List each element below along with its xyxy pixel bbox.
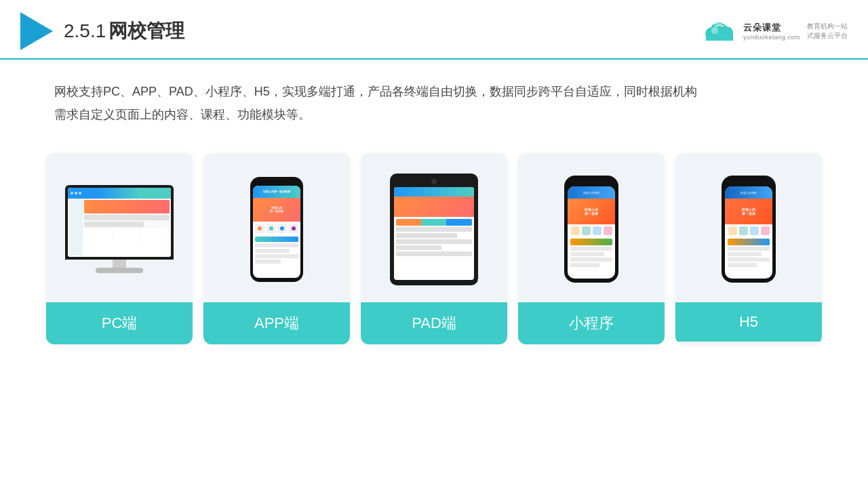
phone-screen: 职通人的第一堂训练课 职通人的第一堂训练	[253, 186, 300, 278]
h5-phone-notch	[741, 181, 757, 184]
app-phone-mockup: 职通人的第一堂训练课 职通人的第一堂训练	[250, 177, 303, 282]
page-title: 2.5.1网校管理	[64, 18, 184, 44]
brand-row: 云朵课堂 yunduoketang.com 教育机构一站 式服务云平台	[700, 19, 848, 43]
card-miniprogram-image: 职通人的课程 职通人的第一堂课	[518, 153, 665, 302]
card-pad-image	[361, 153, 507, 302]
card-h5-image: 职通人的课程 职通人的第一堂课	[675, 153, 822, 302]
card-miniprogram-label: 小程序	[518, 302, 665, 344]
header-left: 2.5.1网校管理	[20, 12, 184, 50]
brand-url: yunduoketang.com	[743, 34, 800, 41]
logo-triangle-icon	[20, 12, 53, 50]
tablet-home-btn	[431, 179, 437, 184]
cards-container: PC端 职通人的第一堂训练课 职通人的第一堂训练	[0, 133, 868, 365]
card-miniprogram: 职通人的课程 职通人的第一堂课	[518, 153, 665, 344]
card-pad: PAD端	[361, 153, 507, 344]
page-title-text: 网校管理	[108, 20, 184, 41]
brand-slogan1: 教育机构一站	[807, 22, 848, 31]
card-app-label: APP端	[203, 302, 350, 344]
svg-rect-3	[706, 34, 733, 41]
description-line2: 需求自定义页面上的内容、课程、功能模块等。	[54, 103, 814, 126]
brand-text: 云朵课堂 yunduoketang.com	[743, 22, 800, 41]
h5-phone-screen: 职通人的课程 职通人的第一堂课	[725, 186, 772, 279]
brand-logo: 云朵课堂 yunduoketang.com 教育机构一站 式服务云平台	[700, 19, 848, 43]
miniprogram-phone-mockup: 职通人的课程 职通人的第一堂课	[564, 176, 618, 283]
card-h5-label: H5	[675, 302, 822, 342]
card-pad-label: PAD端	[361, 302, 507, 344]
h5-phone-mockup: 职通人的课程 职通人的第一堂课	[722, 176, 776, 283]
description-line1: 网校支持PC、APP、PAD、小程序、H5，实现多端打通，产品各终端自由切换，数…	[54, 80, 814, 103]
tablet-mockup	[390, 174, 478, 285]
pc-screen	[68, 188, 171, 257]
pc-mockup	[65, 185, 174, 273]
card-app-image: 职通人的第一堂训练课 职通人的第一堂训练	[203, 153, 350, 302]
brand-slogan2: 式服务云平台	[807, 31, 848, 41]
header: 2.5.1网校管理 云朵课堂 yunduoketang.com 教育机构一	[0, 0, 868, 60]
svg-point-4	[711, 27, 718, 34]
card-h5: 职通人的课程 职通人的第一堂课	[675, 153, 822, 344]
page-title-number: 2.5.1	[64, 20, 106, 41]
card-pc-image	[46, 153, 193, 302]
phone-notch	[269, 181, 284, 184]
mini-phone-notch	[583, 181, 599, 184]
brand-slogan: 教育机构一站 式服务云平台	[807, 22, 848, 41]
pc-stand-base	[96, 268, 143, 273]
mini-phone-screen: 职通人的课程 职通人的第一堂课	[568, 186, 615, 279]
brand-name: 云朵课堂	[743, 22, 800, 34]
card-pc: PC端	[46, 153, 193, 344]
pc-stand-neck	[113, 260, 126, 268]
description: 网校支持PC、APP、PAD、小程序、H5，实现多端打通，产品各终端自由切换，数…	[0, 60, 868, 133]
pc-monitor	[65, 185, 174, 260]
tablet-screen	[394, 187, 474, 280]
card-pc-label: PC端	[46, 302, 193, 344]
card-app: 职通人的第一堂训练课 职通人的第一堂训练	[203, 153, 350, 344]
cloud-icon	[700, 19, 739, 43]
